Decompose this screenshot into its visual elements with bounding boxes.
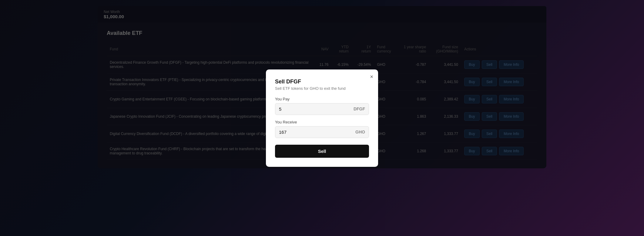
you-receive-input[interactable] [279, 126, 355, 138]
modal-sell-button[interactable]: Sell [275, 145, 369, 158]
modal-close-button[interactable]: × [370, 74, 373, 80]
sell-modal: × Sell DFGF Sell ETF tokens for GHO to e… [266, 69, 378, 167]
modal-overlay[interactable]: × Sell DFGF Sell ETF tokens for GHO to e… [0, 0, 644, 236]
you-receive-currency: GHO [355, 130, 365, 134]
modal-title: Sell DFGF [275, 79, 369, 85]
you-receive-label: You Receive [275, 120, 369, 124]
you-pay-currency: DFGF [354, 106, 365, 111]
you-pay-input[interactable] [279, 103, 354, 115]
modal-subtitle: Sell ETF tokens for GHO to exit the fund [275, 86, 369, 91]
you-pay-label: You Pay [275, 97, 369, 101]
you-receive-row: GHO [275, 126, 369, 138]
you-pay-row: DFGF [275, 103, 369, 115]
